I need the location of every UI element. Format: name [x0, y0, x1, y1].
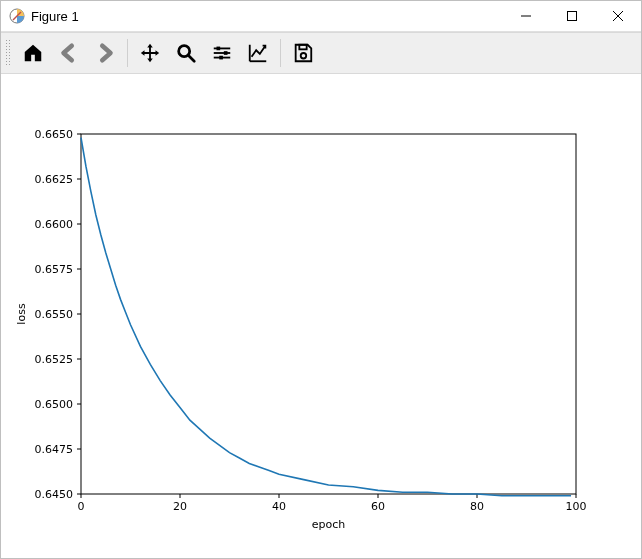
svg-point-14	[301, 53, 307, 59]
ytick-label: 0.6500	[35, 398, 74, 411]
xtick-label: 20	[173, 500, 187, 513]
save-button[interactable]	[287, 37, 319, 69]
svg-rect-11	[224, 51, 228, 55]
io-group	[285, 33, 321, 73]
ytick-label: 0.6650	[35, 128, 74, 141]
figure-window: Figure 1	[0, 0, 642, 559]
toolbar-separator	[280, 39, 281, 67]
titlebar: Figure 1	[1, 1, 641, 32]
svg-rect-2	[568, 12, 577, 21]
xtick-label: 60	[371, 500, 385, 513]
xlabel: epoch	[312, 518, 346, 531]
xtick-label: 100	[566, 500, 587, 513]
svg-rect-13	[299, 45, 306, 50]
home-button[interactable]	[17, 37, 49, 69]
view-group	[132, 33, 276, 73]
ytick-label: 0.6625	[35, 173, 74, 186]
edit-axis-button[interactable]	[242, 37, 274, 69]
forward-button[interactable]	[89, 37, 121, 69]
back-button[interactable]	[53, 37, 85, 69]
ytick-label: 0.6600	[35, 218, 74, 231]
plot-area[interactable]: 0204060801000.64500.64750.65000.65250.65…	[1, 74, 641, 558]
xtick-label: 0	[78, 500, 85, 513]
axes-frame	[81, 134, 576, 494]
svg-rect-12	[219, 56, 223, 60]
chart: 0204060801000.64500.64750.65000.65250.65…	[1, 74, 641, 559]
ytick-label: 0.6550	[35, 308, 74, 321]
subplots-button[interactable]	[206, 37, 238, 69]
svg-line-6	[189, 56, 195, 62]
nav-group	[15, 33, 123, 73]
zoom-button[interactable]	[170, 37, 202, 69]
xtick-label: 80	[470, 500, 484, 513]
xtick-label: 40	[272, 500, 286, 513]
toolbar	[1, 32, 641, 74]
app-icon	[9, 8, 25, 24]
minimize-button[interactable]	[503, 1, 549, 31]
window-title: Figure 1	[31, 9, 79, 24]
maximize-button[interactable]	[549, 1, 595, 31]
toolbar-separator	[127, 39, 128, 67]
toolbar-grip	[5, 39, 11, 67]
pan-button[interactable]	[134, 37, 166, 69]
ytick-label: 0.6475	[35, 443, 74, 456]
ytick-label: 0.6575	[35, 263, 74, 276]
close-button[interactable]	[595, 1, 641, 31]
ylabel: loss	[15, 303, 28, 325]
svg-rect-10	[217, 47, 221, 51]
ytick-label: 0.6450	[35, 488, 74, 501]
ytick-label: 0.6525	[35, 353, 74, 366]
